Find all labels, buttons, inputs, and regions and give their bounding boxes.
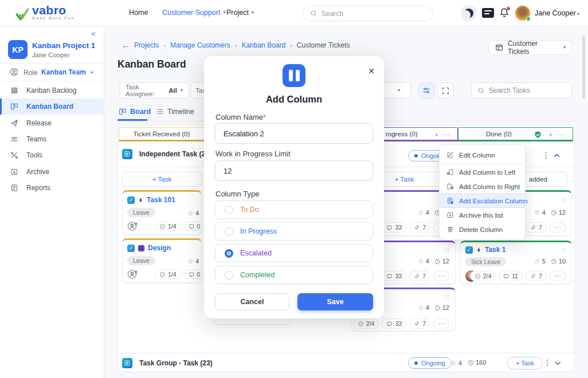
column-name-field[interactable] [215,123,373,144]
board-selector[interactable]: Customer Tickets ▾ [489,40,572,55]
tab-timeline[interactable]: Timeline [156,108,194,116]
task-card[interactable]: ✓ Design Leave ☆4 1/4 0 [122,238,202,283]
breadcrumb-kanban-board[interactable]: Kanban Board [241,41,285,49]
attachments-chip[interactable]: 7 [526,271,547,281]
add-task-button[interactable]: + Task [122,172,202,187]
task-title[interactable]: Task 101 [147,196,175,204]
comments-chip[interactable]: 33 [382,222,406,233]
comments-chip[interactable]: 33 [382,318,406,329]
comments-chip[interactable]: 0 [184,222,205,231]
task-search-input[interactable] [489,86,563,94]
sidebar-item-kanban-backlog[interactable]: Kanban Backlog [0,82,104,99]
sidebar-item-release[interactable]: Release [0,115,104,131]
nav-customer-support[interactable]: Customer Support ▾ [162,9,225,17]
collapse-group-chevron-icon[interactable] [552,151,561,160]
drag-handle-icon[interactable] [560,196,567,203]
column-menu-icon[interactable]: ⋯ [443,131,450,139]
attachments-chip[interactable]: 7 [409,271,430,281]
project-name[interactable]: Kanban Project 1 [32,41,95,50]
type-option-todo[interactable]: To Do [215,200,373,219]
comments-chip[interactable]: 0 [184,270,205,279]
close-icon[interactable]: ✕ [368,66,375,76]
user-avatar[interactable] [515,6,530,21]
radio-icon[interactable] [225,271,233,279]
vabro-logo[interactable]: vabro Make Work Fun [15,5,75,22]
menu-add-escalation-column[interactable]: Add Escalation Column [440,194,525,208]
checklist-chip[interactable]: 1/4 [155,222,181,231]
type-option-in-progress[interactable]: In Progress [215,222,373,241]
wip-limit-field[interactable] [215,160,373,181]
save-button[interactable]: Save [297,293,373,310]
kebab-menu-icon[interactable]: ⋮ [542,151,550,159]
fullscreen-button[interactable] [437,82,453,99]
filter-settings-button[interactable] [418,82,434,99]
sidebar-item-teams[interactable]: Teams [0,131,104,147]
attachments-chip[interactable]: 7 [409,222,430,233]
radio-icon[interactable] [225,227,233,236]
back-arrow-icon[interactable]: ← [121,41,130,50]
sidebar-item-reports[interactable]: Reports [0,180,104,196]
kebab-menu-icon[interactable]: ⋮ [543,359,551,367]
expand-group-chevron-icon[interactable] [554,359,562,368]
nav-home[interactable]: Home [129,9,148,17]
assign-user-icon[interactable] [127,221,138,231]
star-icon: ☆ [534,208,540,216]
radio-selected-icon[interactable] [225,249,233,258]
checklist-chip[interactable]: 2/4 [353,318,379,329]
global-search[interactable] [303,6,433,21]
type-option-completed[interactable]: Completed [215,266,373,284]
drag-handle-icon[interactable] [444,247,450,254]
messages-button[interactable] [482,8,494,18]
task-card[interactable]: ✓ Task 1 Sick Leave ☆5 10 2/4 11 7 ⋯ [460,241,572,284]
menu-archive-list[interactable]: Archive this list [440,208,525,222]
task-card[interactable]: ✓ Task 101 Leave ☆4 1/4 0 [122,190,202,235]
menu-delete-column[interactable]: Delete Column [440,222,525,237]
column-header-done[interactable]: Done (0) ‹ ⋯ [458,127,573,141]
assign-user-icon[interactable] [127,269,138,279]
tab-board[interactable]: Board [119,108,151,116]
column-menu-icon[interactable]: ⋯ [557,131,565,139]
more-chip[interactable]: ⋯ [433,318,449,329]
comments-chip[interactable]: 11 [499,271,523,281]
attachments-chip[interactable]: 7 [526,222,547,233]
menu-edit-column[interactable]: Edit Column [440,148,525,162]
notifications-button[interactable] [499,7,509,19]
sidebar-item-tools[interactable]: Tools [0,147,104,163]
task-title[interactable]: Task 1 [485,246,505,254]
column-header-ticket-received[interactable]: Ticket Recieved (0) [119,127,205,141]
clock-icon [551,210,557,216]
breadcrumb-manage-customers[interactable]: Manage Customers [170,41,230,49]
sidebar-item-kanban-board[interactable]: Kanban Board [0,99,104,115]
drag-handle-icon[interactable] [444,294,450,301]
more-chip[interactable]: ⋯ [550,271,566,281]
global-search-input[interactable] [322,10,419,18]
more-chip[interactable]: ⋯ [433,271,449,281]
menu-add-column-right[interactable]: Add Column to Right [440,179,525,194]
comments-chip[interactable]: 33 [382,271,406,281]
breadcrumb-projects[interactable]: Projects [134,41,159,49]
sidebar-collapse-button[interactable]: « [91,29,96,38]
cancel-button[interactable]: Cancel [215,293,289,310]
collapse-column-icon[interactable]: ‹ [436,130,438,139]
project-badge[interactable]: KP [8,40,28,59]
sidebar-item-archive[interactable]: Archive [0,164,104,180]
assignee-filter[interactable]: Task Assignee: All ▾ [119,82,189,99]
user-menu-caret-icon[interactable]: ▾ [577,12,579,17]
radio-icon[interactable] [225,206,233,214]
dark-mode-toggle[interactable] [461,5,477,21]
attachments-chip[interactable]: 7 [409,318,430,329]
menu-add-column-left[interactable]: Add Column to Left [440,165,525,179]
role-selector[interactable]: Role Kanban Team ▾ [0,64,104,81]
type-option-escalated[interactable]: Escalated [215,244,373,262]
check-circle-icon [159,271,166,278]
task-title[interactable]: Design [148,244,171,252]
drag-handle-icon[interactable] [560,247,567,254]
nav-project[interactable]: Project ▾ [226,9,254,17]
add-task-button[interactable]: + Task [507,357,543,369]
task-search[interactable] [471,82,572,99]
checklist-chip[interactable]: 2/4 [470,271,496,281]
scrollbar-thumb[interactable] [582,36,585,99]
checklist-chip[interactable]: 1/4 [155,270,181,279]
collapse-column-icon[interactable]: ‹ [550,130,552,139]
more-chip[interactable]: ⋯ [550,222,566,233]
